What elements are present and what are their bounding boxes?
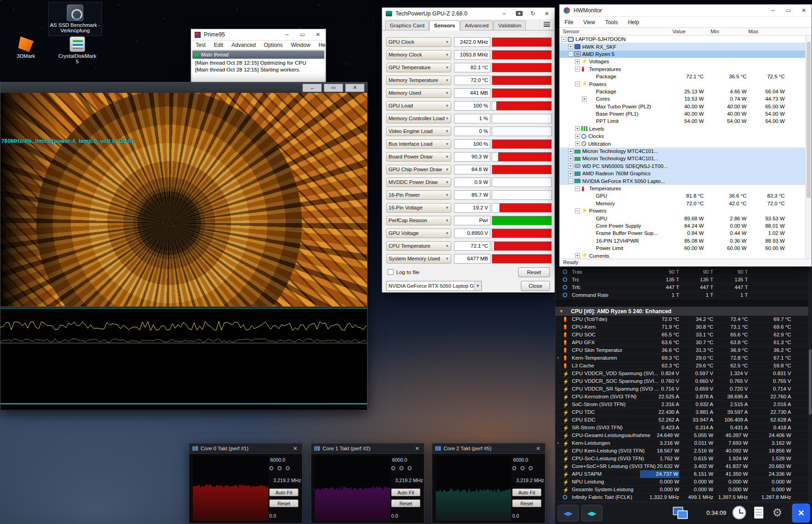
tree-expander[interactable]: + bbox=[568, 163, 573, 168]
hwinfo-sensor-row[interactable]: › CPU-Kern 71.9 °C 30.8 °C 73.1 °C 69.6 … bbox=[555, 323, 812, 331]
sensor-tree-row[interactable]: + Cores 19.53 W 0.74 W 44.73 W bbox=[560, 95, 805, 102]
desktop-icon-as-ssd-benchmark[interactable]: AS SSD Benchmark - Verknüpfung bbox=[48, 2, 102, 36]
sensor-name-dropdown[interactable]: CPU Temperature ▼ bbox=[386, 241, 451, 251]
sensor-tree-row[interactable]: 16-PIN 12VHPWR 85.08 W 0.36 W 88.93 W bbox=[560, 237, 805, 244]
menu-help[interactable]: Help bbox=[318, 42, 326, 48]
graph-mode-toggles[interactable] bbox=[512, 466, 533, 470]
tree-expander[interactable]: + bbox=[568, 171, 573, 176]
close-sensors-button[interactable]: ✕ bbox=[792, 504, 810, 523]
sensor-tree-row[interactable]: Base Power (PL1) 40.00 W 40.00 W 54.00 W bbox=[560, 110, 805, 117]
column-value[interactable]: Value bbox=[672, 29, 686, 34]
sensor-name-dropdown[interactable]: GPU Temperature ▼ bbox=[386, 63, 451, 72]
minimize-button[interactable]: – bbox=[496, 8, 512, 19]
scrollbar-thumb[interactable] bbox=[809, 349, 812, 415]
swap-columns-button[interactable]: ◀▶ bbox=[558, 505, 579, 521]
hwinfo-sensor-row[interactable]: › CPU VDDCR_SOC Spannung (SVI... 0.760 V… bbox=[555, 377, 812, 385]
hwinfo-sensor-row[interactable]: › Core+SoC+SR Leistung (SVI3 TFN) 20.632… bbox=[555, 463, 812, 470]
hwinfo-sensor-row[interactable]: › Command Rate 1 T 1 T 1 T bbox=[555, 291, 812, 299]
mode-toggle[interactable] bbox=[520, 466, 525, 470]
gpu-select-dropdown[interactable]: NVIDIA GeForce RTX 5050 Laptop GPL ▼ bbox=[386, 281, 482, 291]
gear-icon[interactable]: ⚙ bbox=[772, 506, 782, 519]
mode-toggle[interactable] bbox=[391, 466, 395, 470]
swap-rows-button[interactable]: ◀▶ bbox=[581, 505, 602, 521]
close-button[interactable]: ✕ bbox=[796, 5, 812, 16]
screenshot-camera-icon[interactable] bbox=[516, 11, 523, 16]
sensor-name-dropdown[interactable]: System Memory Used ▼ bbox=[386, 254, 451, 264]
hwinfo-sensor-row[interactable]: › SoC-Strom (SVI3 TFN) 2.316 A 0.932 A 2… bbox=[555, 401, 812, 408]
sensor-tree-row[interactable]: + Levels bbox=[560, 125, 805, 132]
hwinfo-sensor-row[interactable]: › Gesamte System-Leistung 0.000 W 0.000 … bbox=[555, 486, 812, 493]
sensor-tree-row[interactable]: − AMD Ryzen 5 bbox=[560, 51, 805, 58]
remote-monitors-icon[interactable] bbox=[673, 507, 686, 519]
scrollbar-thumb[interactable] bbox=[807, 42, 811, 198]
hwinfo-sensor-row[interactable]: › CPU Skin Temperatur 36.6 °C 31.3 °C 36… bbox=[555, 346, 812, 354]
tree-expander[interactable]: − bbox=[575, 186, 580, 191]
hwinfo-sensor-row[interactable]: › CPU (Tctl/Tdie) 72.0 °C 34.2 °C 72.4 °… bbox=[555, 315, 812, 323]
sensor-name-dropdown[interactable]: Memory Used ▼ bbox=[386, 88, 451, 98]
maximize-button[interactable]: ▭ bbox=[295, 29, 310, 40]
sensor-tree-row[interactable]: + Clocks bbox=[560, 132, 805, 140]
reset-button[interactable]: Reset bbox=[518, 267, 550, 277]
sensor-tree-row[interactable]: − Temperatures bbox=[560, 185, 805, 192]
hwinfo-sensor-row[interactable]: › CPU-Gesamt-Leistungsaufnahme 24.649 W … bbox=[555, 432, 812, 439]
sensor-tree-row[interactable]: + AMD Radeon 760M Graphics bbox=[560, 170, 805, 177]
hwinfo-sensor-row[interactable]: › Tras 90 T 90 T 90 T bbox=[555, 268, 812, 276]
sensor-tree-row[interactable]: + Micron Technology MTC4C101... bbox=[560, 148, 805, 155]
tab-validation[interactable]: Validation bbox=[494, 20, 526, 30]
sensor-name-dropdown[interactable]: PerfCap Reason ▼ bbox=[386, 216, 451, 225]
vertical-scrollbar[interactable] bbox=[808, 267, 812, 502]
auto-fit-button[interactable]: Auto Fit bbox=[269, 488, 298, 496]
sensor-tree-row[interactable]: + WD PC SN5000S SDEQNSJ-1T00... bbox=[560, 163, 805, 170]
close-button[interactable]: ✕ bbox=[531, 445, 545, 452]
mode-toggle[interactable] bbox=[277, 466, 282, 470]
menu-edit[interactable]: Edit bbox=[214, 42, 223, 48]
menu-view[interactable]: View bbox=[583, 19, 595, 25]
menu-window[interactable]: Window bbox=[291, 42, 310, 48]
minimize-button[interactable]: – bbox=[279, 29, 295, 40]
sensor-tree-row[interactable]: GPU 89.68 W 2.86 W 93.53 W bbox=[560, 214, 805, 222]
sensor-tree-row[interactable]: Frame Buffer Power Sup... 0.84 W 0.44 W … bbox=[560, 229, 805, 237]
maximize-button[interactable]: ▭ bbox=[324, 84, 343, 92]
tab-advanced[interactable]: Advanced bbox=[460, 20, 493, 30]
mode-toggle[interactable] bbox=[529, 466, 533, 470]
sensor-tree-row[interactable]: Core Power Supply 84.24 W 0.00 W 88.01 W bbox=[560, 222, 805, 229]
hwinfo-sensor-row[interactable]: › CPU VDDCR_VDD Spannung (SVI... 0.824 V… bbox=[555, 370, 812, 377]
mode-toggle[interactable] bbox=[286, 466, 290, 470]
close-button[interactable]: ✕ bbox=[345, 84, 364, 92]
hwinfo-sensor-row[interactable]: › L3 Cache 62.3 °C 29.6 °C 62.5 °C 59.8 … bbox=[555, 362, 812, 370]
tree-expander[interactable]: + bbox=[575, 141, 580, 146]
menu-advanced[interactable]: Advanced bbox=[232, 42, 256, 48]
cpu-section-header[interactable]: ▼ CPU [#0]: AMD Ryzen 5 240: Enhanced bbox=[555, 307, 812, 315]
column-sensor[interactable]: Sensor bbox=[563, 29, 579, 34]
menu-icon[interactable] bbox=[544, 22, 550, 27]
sensor-name-dropdown[interactable]: Memory Temperature ▼ bbox=[386, 76, 451, 85]
tree-expander[interactable]: + bbox=[568, 156, 573, 161]
hwinfo-sensor-row[interactable]: › CPU-Kernstrom (SVI3 TFN) 22.525 A 3.87… bbox=[555, 393, 812, 401]
tree-expander[interactable]: − bbox=[568, 51, 573, 56]
sensor-name-dropdown[interactable]: Video Engine Load ▼ bbox=[386, 127, 451, 136]
mode-toggle[interactable] bbox=[269, 466, 273, 470]
hwinfo-sensor-row[interactable]: › Kern-Leistungen 3.216 W 0.011 W 7.693 … bbox=[555, 439, 812, 447]
hwinfo-sensor-row[interactable]: › Trfc 447 T 447 T 447 T bbox=[555, 284, 812, 291]
close-button[interactable]: ✕ bbox=[288, 445, 302, 452]
main-thread-child-titlebar[interactable]: Main thread bbox=[192, 51, 324, 59]
tab-sensors[interactable]: Sensors bbox=[429, 20, 460, 31]
vertical-scrollbar[interactable] bbox=[805, 36, 812, 259]
mode-toggle[interactable] bbox=[399, 466, 403, 470]
hwinfo-sensor-row[interactable]: › CPU EDC 52.262 A 33.947 A 106.409 A 52… bbox=[555, 416, 812, 424]
menu-options[interactable]: Options bbox=[264, 42, 282, 48]
tab-graphics-card[interactable]: Graphics Card bbox=[385, 20, 429, 30]
auto-fit-button[interactable]: Auto Fit bbox=[512, 488, 541, 496]
close-button[interactable]: Close bbox=[521, 281, 550, 291]
sensor-tree-row[interactable]: Memory 72.0 °C 42.0 °C 72.0 °C bbox=[560, 200, 805, 207]
mode-toggle[interactable] bbox=[408, 466, 412, 470]
sensor-name-dropdown[interactable]: GPU Load ▼ bbox=[386, 101, 451, 111]
tree-expander[interactable]: − bbox=[561, 37, 566, 42]
graph-mode-toggles[interactable] bbox=[391, 466, 412, 470]
sensor-tree-row[interactable]: Max Turbo Power (PL2) 40.00 W 40.00 W 65… bbox=[560, 103, 805, 110]
graph-mode-toggles[interactable] bbox=[269, 466, 290, 470]
sensor-tree-row[interactable]: PPT Limit 54.00 W 54.00 W 54.00 W bbox=[560, 117, 805, 125]
tree-expander[interactable]: − bbox=[575, 209, 580, 214]
chevron-down-icon[interactable]: ▼ bbox=[559, 309, 564, 314]
hwinfo-sensor-row[interactable]: › Infinity Fabric Takt (FCLK) 1,332.9 MH… bbox=[555, 493, 812, 501]
